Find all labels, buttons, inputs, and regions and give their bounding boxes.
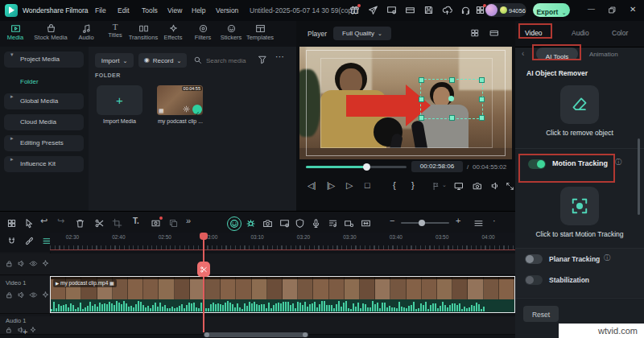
screen-recorder-icon[interactable] (386, 5, 397, 15)
player-panel-icon[interactable] (489, 28, 499, 38)
link-clips-icon[interactable] (24, 236, 35, 246)
track-mute-icon[interactable] (17, 291, 26, 299)
more-tools-icon[interactable]: » (186, 216, 191, 225)
tracking-box[interactable] (420, 79, 483, 119)
remove-object-tile[interactable] (560, 85, 599, 124)
menu-file[interactable]: File (95, 6, 106, 14)
avatar[interactable] (485, 4, 497, 16)
minimize-button[interactable]: — (588, 6, 595, 13)
planar-tracking-toggle[interactable] (525, 254, 543, 264)
overlay-track-lane[interactable] (0, 254, 515, 275)
sidebar-item-project-media[interactable]: ▾ Project Media (4, 52, 84, 68)
filter-icon[interactable] (258, 55, 267, 64)
tracking-center-point[interactable] (448, 96, 454, 101)
scrollbar-left-handle[interactable] (204, 332, 209, 337)
track-lock-icon[interactable] (5, 259, 14, 268)
sidebar-item-cloud-media[interactable]: Cloud Media (4, 114, 84, 130)
audio-mixer-icon[interactable] (328, 218, 338, 229)
sidebar-item-folder[interactable]: Folder (4, 74, 84, 90)
track-hide-icon[interactable] (29, 259, 38, 268)
track-keyframe-icon[interactable] (41, 291, 50, 299)
auto-ripple-icon[interactable] (361, 218, 371, 229)
screen-record-icon[interactable] (279, 218, 290, 229)
tab-audio-props[interactable]: Audio (572, 29, 589, 37)
planar-tracking-info-icon[interactable]: ⓘ (604, 255, 610, 262)
external-display-icon[interactable] (454, 181, 464, 191)
menu-tools[interactable]: Tools (142, 6, 158, 14)
volume-icon[interactable] (490, 181, 500, 191)
marker-icon[interactable] (431, 182, 440, 191)
motion-tracking-info-icon[interactable]: ⓘ (615, 159, 621, 166)
close-button[interactable]: ✕ (630, 6, 636, 14)
zoom-in-icon[interactable]: + (456, 216, 460, 225)
timeline-zoom-slider[interactable] (401, 222, 449, 224)
support-headset-icon[interactable] (460, 5, 471, 15)
track-keyframe-icon[interactable] (41, 259, 50, 268)
share-icon[interactable] (368, 5, 378, 15)
menu-version[interactable]: Version (216, 6, 238, 14)
track-keyframe-icon[interactable] (29, 326, 38, 335)
timeline-h-scrollbar[interactable] (204, 332, 308, 337)
track-lock-icon[interactable] (5, 326, 14, 335)
shield-denoise-icon[interactable] (295, 218, 305, 229)
playhead-cap[interactable] (200, 233, 208, 240)
export-button[interactable]: Export ⌄ (533, 3, 570, 17)
timeline-clip[interactable]: ▶ my podcast clip.mp4 ▦ (50, 276, 515, 313)
panel-layout-icon[interactable] (405, 5, 415, 15)
tab-color[interactable]: Color (612, 29, 628, 37)
track-hide-icon[interactable] (29, 291, 38, 299)
marker-chevron-icon[interactable]: ⌄ (442, 182, 447, 188)
reset-button[interactable]: Reset (523, 306, 559, 322)
sidebar-item-global-media[interactable]: ▸ Global Media (4, 93, 84, 109)
gift-icon[interactable] (349, 5, 360, 15)
text-tool-icon[interactable]: T. (133, 217, 139, 225)
voiceover-mic-icon[interactable] (311, 218, 321, 229)
camera-effect-icon[interactable] (262, 218, 273, 229)
mark-out-button[interactable]: } (411, 181, 415, 190)
account-pill[interactable]: 94056 (485, 3, 526, 17)
record-button[interactable]: ◉ Record ⌄ (138, 53, 187, 68)
mask-icon[interactable] (151, 218, 161, 229)
subtab-animation[interactable]: Animation (589, 51, 618, 58)
face-reframe-icon[interactable] (227, 216, 242, 231)
crop-icon[interactable] (112, 218, 122, 229)
stabilization-toggle[interactable] (525, 275, 543, 285)
menu-help[interactable]: Help (192, 6, 205, 14)
playhead-line[interactable] (203, 233, 204, 332)
fullscreen-icon[interactable] (506, 182, 514, 191)
add-track-button[interactable]: + (23, 328, 27, 336)
right-panel-scrollbar[interactable] (638, 138, 640, 215)
tab-stock-media[interactable]: Stock Media (32, 23, 69, 45)
split-scissors-icon[interactable] (94, 218, 105, 229)
playhead-scissors-badge[interactable] (197, 262, 210, 277)
next-frame-button[interactable]: |▷ (327, 182, 335, 190)
start-tracking-tile[interactable] (560, 187, 599, 225)
delete-icon[interactable] (75, 218, 85, 229)
seek-handle[interactable] (363, 163, 370, 171)
save-icon[interactable] (423, 5, 434, 15)
track-mute-icon[interactable] (17, 259, 26, 268)
import-button[interactable]: Import ⌄ (95, 53, 134, 68)
search-input[interactable] (204, 53, 258, 68)
cloud-upload-icon[interactable] (442, 5, 452, 15)
snapshot-camera-icon[interactable] (473, 181, 482, 191)
ai-tools-bug-icon[interactable] (246, 218, 256, 229)
subtab-back-chevron[interactable]: ‹ (522, 50, 524, 58)
stop-button[interactable]: □ (365, 181, 370, 190)
quality-dropdown[interactable]: Full Quality ⌄ (333, 27, 391, 40)
tab-media[interactable]: Media (0, 23, 34, 45)
more-options-icon[interactable]: ⋯ (275, 52, 284, 61)
restore-button[interactable] (608, 6, 618, 16)
zoom-slider-handle[interactable] (419, 220, 425, 226)
track-lock-icon[interactable] (5, 291, 14, 299)
mark-in-button[interactable]: { (393, 181, 396, 190)
redo-icon[interactable]: ↪ (57, 216, 64, 225)
sidebar-item-influence-kit[interactable]: ▸ Influence Kit (4, 156, 84, 172)
import-media-tile[interactable]: + (97, 85, 142, 115)
sidebar-item-editing-presets[interactable]: ▸ Editing Presets (4, 135, 84, 151)
duplicate-icon[interactable] (168, 218, 179, 229)
menu-view[interactable]: View (167, 6, 182, 14)
seek-bar[interactable] (306, 166, 407, 168)
scrollbar-right-handle[interactable] (303, 332, 308, 337)
clip-thumbnail[interactable]: 00:04:55 ▦ ✓ (157, 85, 203, 115)
